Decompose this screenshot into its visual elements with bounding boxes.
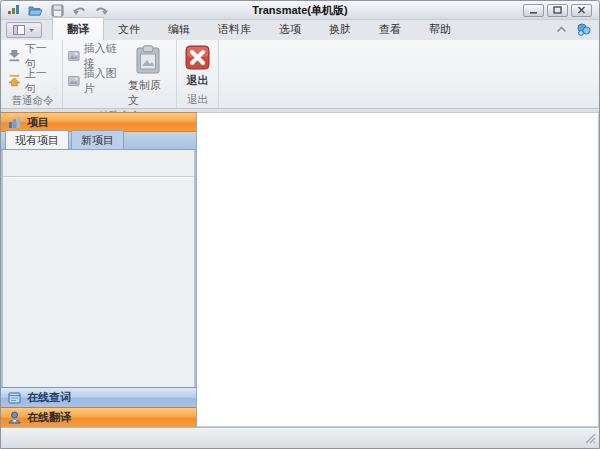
project-icon [8, 116, 21, 129]
tab-options[interactable]: 选项 [265, 18, 315, 40]
minimize-button[interactable] [523, 4, 544, 17]
tab-new-project[interactable]: 新项目 [71, 130, 124, 149]
accordion-online-translate[interactable]: 在线翻译 [1, 407, 196, 427]
exit-label: 退出 [187, 73, 209, 88]
resize-grip-icon[interactable] [584, 432, 596, 444]
project-panel-header[interactable]: 项目 [1, 112, 196, 132]
online-dictionary-icon [8, 391, 21, 404]
quick-access-toolbar [1, 3, 109, 17]
group-label-exit: 退出 [179, 92, 216, 108]
project-list[interactable] [1, 150, 196, 387]
save-icon[interactable] [50, 3, 65, 17]
exit-red-x-icon [185, 45, 210, 70]
clipboard-icon [134, 45, 162, 75]
ribbon: 下一句 上一句 普通命令 [1, 40, 599, 109]
picture-icon [68, 75, 80, 87]
view-layout-button[interactable] [6, 22, 42, 38]
insert-image-label: 插入图片 [84, 66, 120, 96]
tab-corpus[interactable]: 语料库 [204, 18, 265, 40]
tab-translate[interactable]: 翻译 [52, 17, 104, 40]
online-translate-label: 在线翻译 [27, 410, 71, 425]
copy-source-label: 复制原文 [128, 78, 169, 108]
tab-file[interactable]: 文件 [104, 18, 154, 40]
ribbon-group-special-commands: 插入链接 插入图片 [63, 40, 177, 108]
ribbon-group-exit: 退出 退出 [177, 40, 219, 108]
insert-image-button[interactable]: 插入图片 [65, 70, 123, 91]
maximize-button[interactable] [547, 4, 568, 17]
online-dictionary-label: 在线查词 [27, 390, 71, 405]
redo-icon[interactable] [94, 3, 109, 17]
tab-help[interactable]: 帮助 [415, 18, 465, 40]
tab-edit[interactable]: 编辑 [154, 18, 204, 40]
app-logo-icon[interactable] [6, 3, 21, 17]
editor-content-area[interactable] [197, 112, 599, 427]
undo-icon[interactable] [72, 3, 87, 17]
sidebar: 项目 现有项目 新项目 在线查词 [1, 112, 197, 427]
ribbon-group-common-commands: 下一句 上一句 普通命令 [3, 40, 63, 108]
collapse-ribbon-icon[interactable] [556, 26, 567, 33]
main-area: 项目 现有项目 新项目 在线查词 [1, 112, 599, 427]
project-list-divider [3, 176, 194, 178]
group-label-common: 普通命令 [5, 93, 60, 108]
tab-existing-projects[interactable]: 现有项目 [5, 130, 69, 149]
online-translator-icon [8, 411, 21, 424]
accordion-online-dictionary[interactable]: 在线查词 [1, 387, 196, 407]
tab-view[interactable]: 查看 [365, 18, 415, 40]
exit-button[interactable]: 退出 [180, 43, 215, 88]
arrow-up-from-line-icon [8, 74, 21, 87]
copy-source-button[interactable]: 复制原文 [123, 43, 174, 108]
tab-bar-right-icons [556, 23, 599, 40]
prev-sentence-button[interactable]: 上一句 [5, 70, 60, 91]
chevron-down-icon [28, 28, 35, 33]
project-panel-title: 项目 [27, 115, 49, 130]
insert-link-button[interactable]: 插入链接 [65, 45, 123, 66]
status-bar [1, 427, 599, 448]
open-file-icon[interactable] [28, 3, 43, 17]
next-sentence-button[interactable]: 下一句 [5, 45, 60, 66]
arrow-down-to-line-icon [8, 49, 21, 62]
picture-icon [68, 50, 80, 62]
online-bubbles-icon[interactable] [577, 23, 591, 36]
close-button[interactable] [571, 4, 592, 17]
ribbon-tab-bar: 翻译 文件 编辑 语料库 选项 换肤 查看 帮助 [1, 20, 599, 40]
project-tabs: 现有项目 新项目 [1, 132, 196, 150]
prev-sentence-label: 上一句 [25, 66, 57, 96]
window-controls [523, 4, 599, 17]
app-window: Transmate(单机版) 翻译 文件 编辑 语料库 选项 换肤 [0, 0, 600, 449]
tab-skin[interactable]: 换肤 [315, 18, 365, 40]
reading-layout-icon [13, 25, 25, 35]
